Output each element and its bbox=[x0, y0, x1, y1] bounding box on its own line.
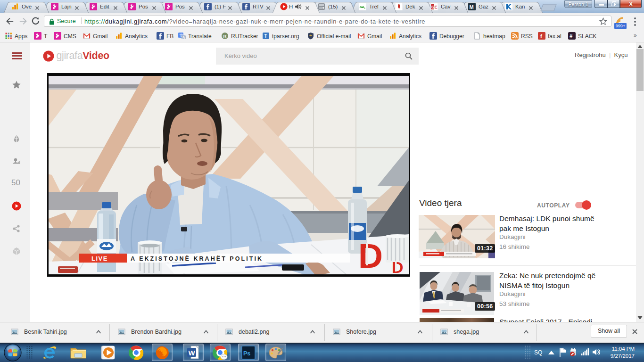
svg-text:W: W bbox=[189, 349, 196, 357]
svg-text:E: E bbox=[435, 5, 438, 9]
svg-text:#: # bbox=[570, 33, 572, 39]
svg-text:R: R bbox=[223, 33, 227, 39]
svg-text:T: T bbox=[264, 33, 267, 39]
svg-text:D: D bbox=[358, 237, 383, 275]
svg-text:A: A bbox=[182, 35, 185, 40]
svg-text:Ps: Ps bbox=[243, 350, 250, 357]
svg-text:A EKZISTOJNË KRAHËT POLITIK: A EKZISTOJNË KRAHËT POLITIK bbox=[131, 255, 262, 262]
svg-text:D: D bbox=[392, 258, 404, 276]
svg-text:LIVE: LIVE bbox=[91, 255, 108, 262]
svg-text:M: M bbox=[470, 4, 474, 10]
